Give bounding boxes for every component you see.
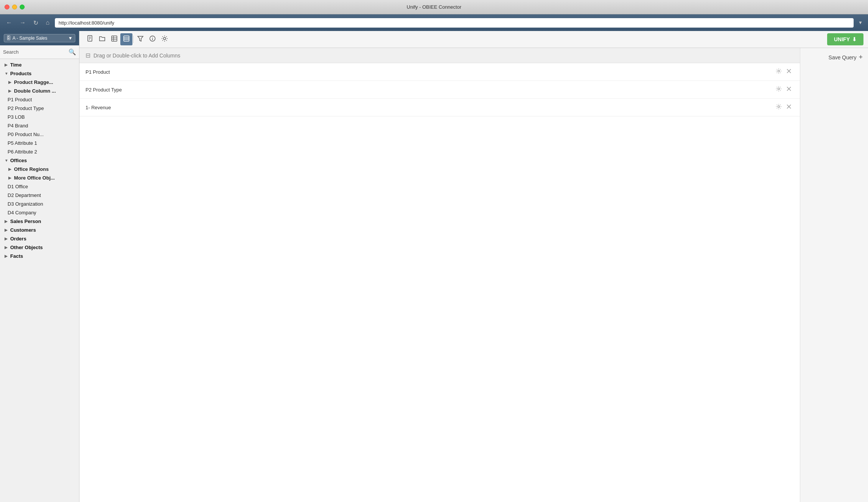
save-query-button[interactable]: Save Query + <box>829 53 863 61</box>
tree-arrow-office-regions: ▶ <box>8 167 12 171</box>
sidebar-item-offices[interactable]: ▼ Offices <box>0 156 79 165</box>
filter-button[interactable] <box>134 33 146 45</box>
columns-icon: ⊟ <box>86 52 90 59</box>
sidebar-item-other-objects[interactable]: ▶ Other Objects <box>0 243 79 252</box>
remove-col-1-revenue[interactable] <box>784 103 794 112</box>
settings-col-1-revenue[interactable] <box>773 102 784 112</box>
url-input[interactable] <box>55 18 854 28</box>
svg-marker-12 <box>138 36 143 41</box>
search-button[interactable]: 🔍 <box>68 48 76 56</box>
window-title: Unify - OBIEE Connector <box>407 4 462 10</box>
column-row-p2-product-type: P2 Product Type <box>79 81 800 99</box>
tree-arrow-facts: ▶ <box>5 254 8 258</box>
plus-icon: + <box>859 53 863 61</box>
sidebar-item-product-ragge[interactable]: ▶ Product Ragge... <box>0 78 79 87</box>
sidebar-item-p3-lob[interactable]: P3 LOB <box>0 113 79 121</box>
sidebar-item-d3-organization[interactable]: D3 Organization <box>0 200 79 208</box>
tree-arrow-orders: ▶ <box>5 237 8 241</box>
sidebar-item-p5-attribute1[interactable]: P5 Attribute 1 <box>0 139 79 147</box>
content-row: ⊟ Drag or Double-click to Add Columns P1… <box>79 48 868 502</box>
sidebar-item-sales-person[interactable]: ▶ Sales Person <box>0 217 79 226</box>
app-container: 🗄 A - Sample Sales ▼ Search 🔍 ▶ Time ▼ P… <box>0 31 868 502</box>
settings-col-p1-product[interactable] <box>773 67 784 77</box>
sidebar-item-time-label: Time <box>10 62 22 68</box>
sidebar-item-d3-organization-label: D3 Organization <box>8 201 43 207</box>
sidebar-item-d4-company[interactable]: D4 Company <box>0 208 79 217</box>
sidebar-item-facts-label: Facts <box>10 253 23 259</box>
forward-button[interactable]: → <box>17 18 28 28</box>
sidebar-item-orders[interactable]: ▶ Orders <box>0 234 79 243</box>
sidebar-item-sales-person-label: Sales Person <box>10 218 41 224</box>
sidebar-item-customers[interactable]: ▶ Customers <box>0 226 79 234</box>
tree-arrow-other-objects: ▶ <box>5 245 8 249</box>
maximize-button[interactable] <box>20 5 25 9</box>
column-name-1-revenue: 1- Revenue <box>86 105 773 110</box>
settings-col-p2-product-type[interactable] <box>773 85 784 95</box>
new-doc-button[interactable] <box>84 33 96 45</box>
sidebar-item-office-regions-label: Office Regions <box>14 166 49 172</box>
db-arrow-icon: ▼ <box>68 36 73 41</box>
sidebar-item-d2-department[interactable]: D2 Department <box>0 191 79 200</box>
sidebar-item-double-column-label: Double Column ... <box>14 88 56 94</box>
right-panel: Save Query + <box>800 48 868 502</box>
unify-button[interactable]: UNIFY ⬇ <box>827 33 863 45</box>
svg-point-15 <box>152 37 153 38</box>
sidebar-item-p0-product-nu[interactable]: P0 Product Nu... <box>0 130 79 139</box>
sidebar-item-time[interactable]: ▶ Time <box>0 60 79 69</box>
url-dropdown-button[interactable]: ▼ <box>857 20 864 25</box>
sidebar-item-office-regions[interactable]: ▶ Office Regions <box>0 165 79 174</box>
sidebar-item-orders-label: Orders <box>10 236 26 242</box>
tree-arrow-double-column: ▶ <box>8 89 12 93</box>
table-view-button[interactable] <box>108 33 120 45</box>
info-button[interactable] <box>146 33 159 45</box>
column-name-p2-product-type: P2 Product Type <box>86 87 773 93</box>
column-name-p1-product: P1 Product <box>86 69 773 75</box>
sidebar-item-d4-company-label: D4 Company <box>8 210 36 215</box>
minimize-button[interactable] <box>12 5 17 9</box>
close-button[interactable] <box>5 5 9 9</box>
save-query-label: Save Query <box>829 54 857 60</box>
sidebar-item-p4-brand[interactable]: P4 Brand <box>0 121 79 130</box>
unify-label: UNIFY <box>834 36 850 42</box>
tree-arrow-offices: ▼ <box>5 158 8 163</box>
svg-point-16 <box>163 37 166 40</box>
tree-arrow-sales-person: ▶ <box>5 219 8 223</box>
unify-download-icon: ⬇ <box>852 36 857 42</box>
sidebar-item-p1-product[interactable]: P1 Product <box>0 95 79 104</box>
svg-point-17 <box>778 70 780 72</box>
settings-button[interactable] <box>159 33 171 45</box>
sidebar-item-d1-office[interactable]: D1 Office <box>0 182 79 191</box>
svg-point-20 <box>778 88 780 90</box>
search-box: Search 🔍 <box>0 45 79 59</box>
sidebar-item-p5-attribute1-label: P5 Attribute 1 <box>8 140 37 146</box>
sidebar-item-facts[interactable]: ▶ Facts <box>0 252 79 260</box>
sidebar-item-p6-attribute2[interactable]: P6 Attribute 2 <box>0 147 79 156</box>
column-view-button[interactable] <box>120 33 132 45</box>
sidebar: 🗄 A - Sample Sales ▼ Search 🔍 ▶ Time ▼ P… <box>0 31 79 502</box>
sidebar-item-customers-label: Customers <box>10 227 36 233</box>
title-bar: Unify - OBIEE Connector <box>0 0 868 14</box>
sidebar-item-p2-product-type[interactable]: P2 Product Type <box>0 104 79 113</box>
db-label: A - Sample Sales <box>12 36 47 41</box>
sidebar-item-d1-office-label: D1 Office <box>8 184 28 189</box>
tree-arrow-product-ragge: ▶ <box>8 80 12 84</box>
refresh-button[interactable]: ↻ <box>31 18 40 28</box>
drag-hint-header: ⊟ Drag or Double-click to Add Columns <box>79 48 800 63</box>
db-selector[interactable]: 🗄 A - Sample Sales ▼ <box>4 34 75 42</box>
remove-col-p2-product-type[interactable] <box>784 85 794 94</box>
sidebar-item-p4-brand-label: P4 Brand <box>8 123 28 129</box>
tree-container: ▶ Time ▼ Products ▶ Product Ragge... ▶ D… <box>0 59 79 502</box>
back-button[interactable]: ← <box>4 18 14 28</box>
tree-arrow-time: ▶ <box>5 63 8 67</box>
sidebar-item-more-office-obj[interactable]: ▶ More Office Obj... <box>0 174 79 182</box>
open-folder-button[interactable] <box>96 33 108 45</box>
home-button[interactable]: ⌂ <box>44 18 52 28</box>
sidebar-item-products-label: Products <box>10 71 31 76</box>
sidebar-item-products[interactable]: ▼ Products <box>0 69 79 78</box>
remove-col-p1-product[interactable] <box>784 67 794 76</box>
search-label: Search <box>3 49 19 55</box>
sidebar-item-double-column[interactable]: ▶ Double Column ... <box>0 87 79 95</box>
main-top-bar: UNIFY ⬇ <box>79 31 868 48</box>
column-row-1-revenue: 1- Revenue <box>79 99 800 116</box>
sidebar-item-product-ragge-label: Product Ragge... <box>14 79 53 85</box>
